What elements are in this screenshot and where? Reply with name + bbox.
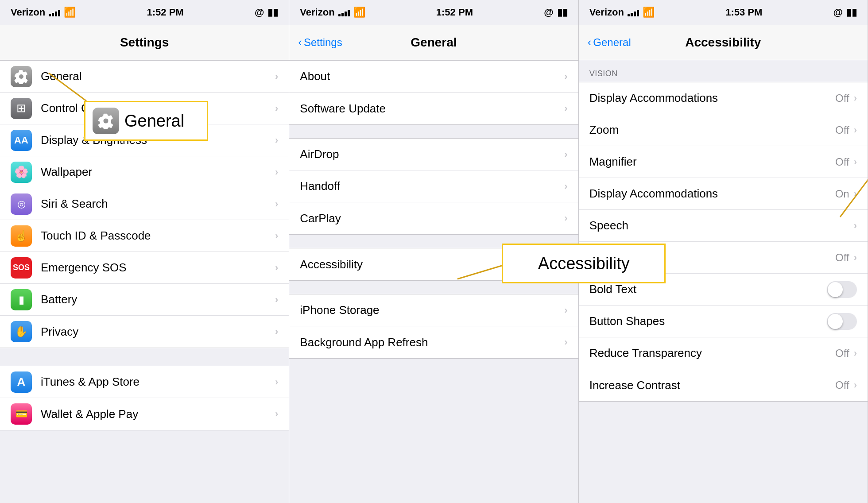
status-right-1: @ ▮▮ — [255, 7, 278, 18]
nav-bar-3: ‹ General Accessibility — [579, 25, 868, 60]
nav-back-3[interactable]: ‹ General — [588, 35, 631, 49]
general-panel: Verizon 📶 1:52 PM @ ▮▮ ‹ Settings Genera… — [289, 0, 578, 503]
settings-row-zoom[interactable]: Zoom Off › — [579, 114, 868, 146]
bold-text-toggle-knob — [828, 282, 843, 297]
iphone-storage-label: iPhone Storage — [300, 303, 564, 317]
bold-text-toggle[interactable] — [827, 281, 857, 298]
settings-row-siri[interactable]: ◎ Siri & Search › — [0, 188, 289, 220]
settings-row-speech[interactable]: Speech › — [579, 210, 868, 242]
settings-row-reduce-transparency[interactable]: Reduce Transparency Off › — [579, 337, 868, 369]
background-refresh-label: Background App Refresh — [300, 336, 564, 349]
sos-icon: SOS — [11, 257, 32, 279]
signal-bars-2 — [338, 8, 350, 16]
settings-row-increase-contrast[interactable]: Increase Contrast Off › — [579, 369, 868, 401]
status-right-2: @ ▮▮ — [544, 7, 567, 18]
handoff-chevron: › — [564, 181, 567, 192]
carrier-3: Verizon — [589, 7, 624, 18]
settings-row-sos[interactable]: SOS Emergency SOS › — [0, 252, 289, 284]
increase-contrast-value: Off — [835, 379, 849, 391]
button-shapes-toggle-knob — [828, 314, 843, 329]
settings-row-touch-id[interactable]: ☝ Touch ID & Passcode › — [0, 220, 289, 252]
privacy-chevron: › — [275, 326, 278, 337]
carrier-2: Verizon — [300, 7, 334, 18]
wifi-icon-1: 📶 — [64, 7, 76, 18]
wallpaper-label: Wallpaper — [41, 165, 275, 179]
time-3: 1:53 PM — [725, 7, 762, 18]
display-accommodations-label: Display Accommodations — [589, 91, 835, 105]
general-annotation-box: General — [84, 101, 208, 141]
reduce-transparency-value: Off — [835, 347, 849, 360]
battery-icon-1: ▮▮ — [267, 7, 278, 18]
control-center-icon: ⊞ — [11, 98, 32, 119]
display-icon: AA — [11, 130, 32, 151]
settings-row-background-refresh[interactable]: Background App Refresh › — [289, 326, 578, 358]
settings-row-iphone-storage[interactable]: iPhone Storage › — [289, 294, 578, 326]
siri-label: Siri & Search — [41, 197, 275, 211]
accessibility-annotation-box: Accessibility — [502, 244, 666, 283]
wallet-label: Wallet & Apple Pay — [41, 407, 275, 421]
general-label: General — [41, 70, 275, 83]
speech-label: Speech — [589, 219, 854, 232]
nav-back-2[interactable]: ‹ Settings — [298, 35, 342, 49]
privacy-icon: ✋ — [11, 321, 32, 342]
itunes-chevron: › — [275, 376, 278, 388]
carplay-chevron: › — [564, 213, 567, 224]
airdrop-chevron: › — [564, 149, 567, 160]
signal-bars-1 — [49, 8, 60, 16]
bold-text-label: Bold Text — [589, 282, 827, 296]
nav-bar-2: ‹ Settings General — [289, 25, 578, 60]
button-shapes-label: Button Shapes — [589, 314, 827, 328]
zoom-label: Zoom — [589, 123, 835, 137]
magnifier-value: Off — [835, 156, 849, 168]
battery-icon-3: ▮▮ — [846, 7, 857, 18]
settings-row-airdrop[interactable]: AirDrop › — [289, 139, 578, 170]
settings-row-display-accommodations-2[interactable]: Display Accommodations On › — [579, 178, 868, 210]
battery-label: Battery — [41, 293, 275, 306]
settings-row-itunes[interactable]: A iTunes & App Store › — [0, 366, 289, 398]
time-1: 1:52 PM — [147, 7, 183, 18]
settings-row-wallet[interactable]: 💳 Wallet & Apple Pay › — [0, 398, 289, 430]
settings-row-privacy[interactable]: ✋ Privacy › — [0, 316, 289, 348]
wallet-icon: 💳 — [11, 403, 32, 425]
nav-bar-1: Settings — [0, 25, 289, 60]
status-left-3: Verizon 📶 — [589, 7, 655, 18]
settings-row-handoff[interactable]: Handoff › — [289, 170, 578, 202]
wallpaper-chevron: › — [275, 166, 278, 178]
magnifier-chevron: › — [854, 156, 857, 168]
settings-group-4: iPhone Storage › Background App Refresh … — [289, 294, 578, 359]
settings-group-vision: Display Accommodations Off › Zoom Off › … — [579, 82, 868, 402]
display-accommodations-2-value: On — [835, 188, 849, 200]
settings-row-general[interactable]: General › — [0, 61, 289, 93]
sos-chevron: › — [275, 262, 278, 274]
wallpaper-icon: 🌸 — [11, 162, 32, 183]
settings-row-wallpaper[interactable]: 🌸 Wallpaper › — [0, 156, 289, 188]
status-right-3: @ ▮▮ — [833, 7, 857, 18]
settings-row-carplay[interactable]: CarPlay › — [289, 202, 578, 234]
background-refresh-chevron: › — [564, 337, 567, 348]
back-chevron-3: ‹ — [588, 35, 592, 49]
location-icon-1: @ — [255, 7, 264, 18]
display-accommodations-2-chevron: › — [854, 188, 857, 200]
settings-row-button-shapes[interactable]: Button Shapes — [579, 306, 868, 337]
settings-row-battery[interactable]: ▮ Battery › — [0, 284, 289, 316]
settings-row-about[interactable]: About › — [289, 61, 578, 93]
wifi-icon-3: 📶 — [643, 7, 655, 18]
settings-row-display-accommodations[interactable]: Display Accommodations Off › — [579, 82, 868, 114]
vision-section-header: VISION — [579, 60, 868, 82]
speech-chevron: › — [854, 220, 857, 232]
reduce-transparency-chevron: › — [854, 348, 857, 359]
settings-row-magnifier[interactable]: Magnifier Off › — [579, 146, 868, 178]
itunes-icon: A — [11, 371, 32, 393]
wifi-icon-2: 📶 — [353, 7, 365, 18]
wallet-chevron: › — [275, 408, 278, 420]
location-icon-3: @ — [833, 7, 843, 18]
nav-title-1: Settings — [120, 35, 169, 50]
settings-panel: Verizon 📶 1:52 PM @ ▮▮ Settings Gen — [0, 0, 289, 503]
larger-text-value: Off — [835, 252, 849, 264]
settings-row-software-update[interactable]: Software Update › — [289, 93, 578, 124]
button-shapes-toggle[interactable] — [827, 313, 857, 330]
reduce-transparency-label: Reduce Transparency — [589, 346, 835, 360]
airdrop-label: AirDrop — [300, 147, 564, 161]
general-annotation-icon — [93, 108, 119, 134]
time-2: 1:52 PM — [436, 7, 473, 18]
